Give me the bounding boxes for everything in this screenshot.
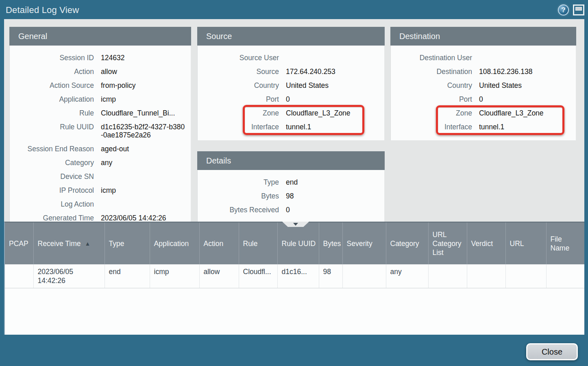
dialog-body: General Session ID 124632 Action allow A… [4,19,584,335]
field-value: d1c16235-b2f2-4327-b380-0ae1875e2a26 [101,120,191,142]
field-row-destination-user: Destination User [391,51,576,65]
column-header-action[interactable]: Action [199,222,239,264]
field-label: Application [10,92,94,106]
field-label: Destination [391,65,472,78]
column-header-label: Application [154,240,189,248]
window-restore-icon[interactable] [573,4,584,15]
column-header-rule[interactable]: Rule [239,222,277,264]
dialog-title: Detailed Log View [6,0,79,20]
general-panel-body: Session ID 124632 Action allow Action So… [9,46,191,222]
column-header-type[interactable]: Type [105,222,150,264]
dialog-titlebar: Detailed Log View ? [0,0,588,19]
field-value: Cloudflare_L3_Zone [286,106,384,120]
field-value: 0 [286,92,384,106]
field-row-bytes-received: Bytes Received 0 [198,203,384,217]
field-value: end [286,175,384,189]
column-header-label: Bytes [323,240,341,248]
field-label: Category [10,156,94,170]
column-header-severity[interactable]: Severity [342,222,386,264]
column-header-receive-time[interactable]: Receive Time▲ [33,222,105,264]
column-header-label: URL [510,240,524,248]
field-row-ip-protocol: IP Protocol icmp [10,183,191,197]
field-label: IP Protocol [10,183,94,197]
source-panel: Source Source User Source 172.64.240.253… [197,27,385,140]
column-header-pcap[interactable]: PCAP [5,222,33,264]
destination-panel-header: Destination [390,27,576,46]
column-header-bytes[interactable]: Bytes [319,222,342,264]
log-cell-file-name [546,264,584,288]
field-row-bytes: Bytes 98 [198,189,384,203]
column-header-application[interactable]: Application [150,222,199,264]
field-row-category: Category any [10,156,191,170]
field-row-interface: Interface tunnel.1 [391,120,576,134]
column-header-label: Receive Time [38,240,81,248]
field-row-session-end-reason: Session End Reason aged-out [10,142,191,156]
field-label: Source [198,65,279,78]
column-header-url[interactable]: URL [505,222,546,264]
field-label: Bytes [198,189,279,203]
field-label: Port [391,92,472,106]
field-row-interface: Interface tunnel.1 [198,120,384,134]
field-label: Device SN [10,170,94,183]
close-button[interactable]: Close [526,343,578,360]
field-label: Action [10,65,94,78]
field-value: 172.64.240.253 [286,65,384,78]
field-row-destination: Destination 108.162.236.138 [391,65,576,78]
column-header-label: File Name [551,235,570,252]
field-value: 2023/06/05 14:42:26 [101,211,191,222]
field-row-action: Action allow [10,65,191,78]
log-cell-action: allow [199,264,239,288]
field-label: Zone [391,106,472,120]
field-value: tunnel.1 [479,120,576,134]
field-value: Cloudflare_L3_Zone [479,106,576,120]
column-header-url-category-list[interactable]: URL Category List [428,222,467,264]
general-panel-header: General [9,27,191,46]
field-value [286,51,384,65]
log-cell-severity [342,264,386,288]
field-row-type: Type end [198,175,384,189]
column-header-rule-uuid[interactable]: Rule UUID [277,222,319,264]
sort-ascending-icon: ▲ [85,240,91,247]
field-value: from-policy [101,78,191,92]
column-header-label: Action [204,240,224,248]
field-label: Session End Reason [10,142,94,156]
field-row-device-sn: Device SN [10,170,191,183]
field-label: Port [198,92,279,106]
column-header-label: Rule UUID [282,240,316,248]
field-row-port: Port 0 [391,92,576,106]
column-header-category[interactable]: Category [386,222,428,264]
field-row-rule: Rule Cloudflare_Tunnel_Bi... [10,106,191,120]
field-value: tunnel.1 [286,120,384,134]
source-panel-body: Source User Source 172.64.240.253 Countr… [197,46,385,140]
field-row-log-action: Log Action [10,197,191,211]
field-row-source-user: Source User [198,51,384,65]
field-label: Generated Time [10,211,94,222]
field-value [101,197,191,211]
field-value: 108.162.236.138 [479,65,576,78]
field-value: aged-out [101,142,191,156]
chevron-down-icon [293,223,298,226]
column-header-verdict[interactable]: Verdict [467,222,505,264]
field-label: Rule [10,106,94,120]
column-header-label: PCAP [9,240,28,248]
log-cell-verdict [467,264,505,288]
log-table-row[interactable]: 2023/06/05 14:42:26 end icmp allow Cloud… [5,264,584,288]
detailed-log-view-dialog: Detailed Log View ? General Session ID 1… [0,0,588,366]
field-value: icmp [101,92,191,106]
column-header-label: URL Category List [433,231,462,257]
details-panel: Details Type end Bytes 98 Bytes Received… [197,151,385,222]
column-header-file-name[interactable]: File Name [546,222,584,264]
field-label: Session ID [10,51,94,65]
log-cell-pcap [5,264,33,288]
field-value: 98 [286,189,384,203]
destination-panel-body: Destination User Destination 108.162.236… [390,46,576,140]
field-row-port: Port 0 [198,92,384,106]
field-label: Type [198,175,279,189]
field-label: Interface [198,120,279,134]
column-header-label: Type [109,240,124,248]
help-icon[interactable]: ? [558,4,569,15]
field-row-country: Country United States [391,78,576,92]
details-panel-header: Details [197,151,385,170]
field-label: Source User [198,51,279,65]
field-value: allow [101,65,191,78]
